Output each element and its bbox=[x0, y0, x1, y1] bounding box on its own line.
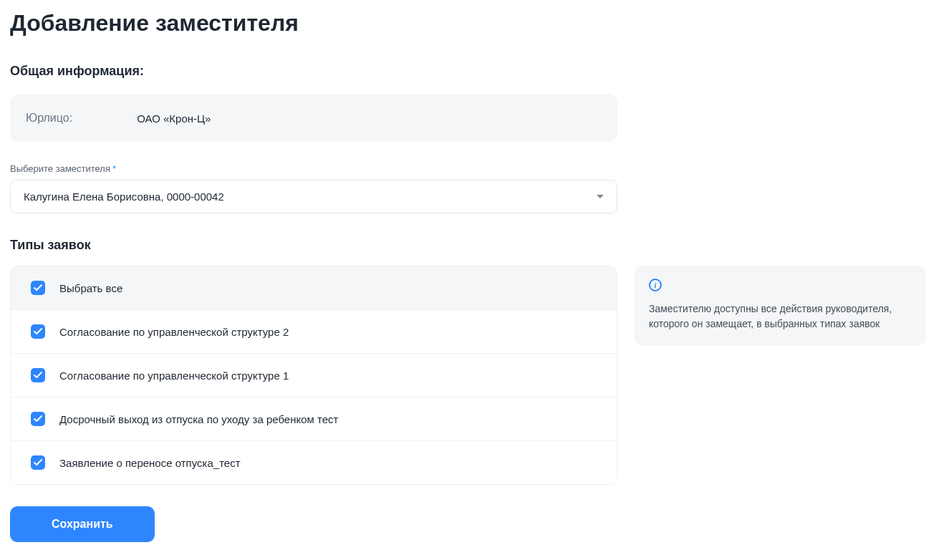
general-info-heading: Общая информация: bbox=[10, 64, 617, 79]
deputy-field-label: Выберите заместителя* bbox=[10, 163, 617, 174]
required-star: * bbox=[112, 163, 116, 174]
check-icon bbox=[34, 459, 42, 466]
entity-info-box: Юрлицо: ОАО «Крон-Ц» bbox=[10, 95, 617, 142]
check-icon bbox=[34, 284, 42, 291]
info-note: i Заместителю доступны все действия руко… bbox=[635, 266, 926, 346]
check-icon bbox=[34, 372, 42, 379]
item-label: Досрочный выход из отпуска по уходу за р… bbox=[59, 413, 338, 425]
item-checkbox[interactable] bbox=[31, 412, 45, 426]
check-icon bbox=[34, 415, 42, 423]
deputy-select-value: Калугина Елена Борисовна, 0000-00042 bbox=[24, 190, 224, 203]
list-item[interactable]: Досрочный выход из отпуска по уходу за р… bbox=[11, 397, 617, 440]
item-checkbox[interactable] bbox=[31, 368, 45, 382]
item-label: Согласование по управленческой структуре… bbox=[59, 370, 289, 382]
item-label: Заявление о переносе отпуска_тест bbox=[59, 457, 241, 469]
entity-label: Юрлицо: bbox=[26, 112, 72, 125]
list-item[interactable]: Заявление о переносе отпуска_тест bbox=[11, 440, 617, 484]
entity-value: ОАО «Крон-Ц» bbox=[137, 112, 211, 125]
select-all-row[interactable]: Выбрать все bbox=[11, 266, 617, 309]
item-label: Согласование по управленческой структуре… bbox=[59, 326, 289, 338]
item-checkbox[interactable] bbox=[31, 455, 45, 470]
select-all-label: Выбрать все bbox=[59, 282, 122, 294]
types-list: Выбрать все Согласование по управленческ… bbox=[10, 266, 617, 485]
list-item[interactable]: Согласование по управленческой структуре… bbox=[11, 309, 617, 353]
page-title: Добавление заместителя bbox=[10, 10, 926, 37]
list-item[interactable]: Согласование по управленческой структуре… bbox=[11, 353, 617, 397]
check-icon bbox=[34, 328, 42, 335]
chevron-down-icon bbox=[597, 195, 604, 198]
info-icon: i bbox=[649, 279, 662, 291]
save-button[interactable]: Сохранить bbox=[10, 506, 155, 542]
deputy-select[interactable]: Калугина Елена Борисовна, 0000-00042 bbox=[10, 180, 617, 213]
types-heading: Типы заявок bbox=[10, 238, 926, 253]
info-note-text: Заместителю доступны все действия руково… bbox=[649, 301, 912, 332]
select-all-checkbox[interactable] bbox=[31, 281, 45, 295]
item-checkbox[interactable] bbox=[31, 324, 45, 339]
